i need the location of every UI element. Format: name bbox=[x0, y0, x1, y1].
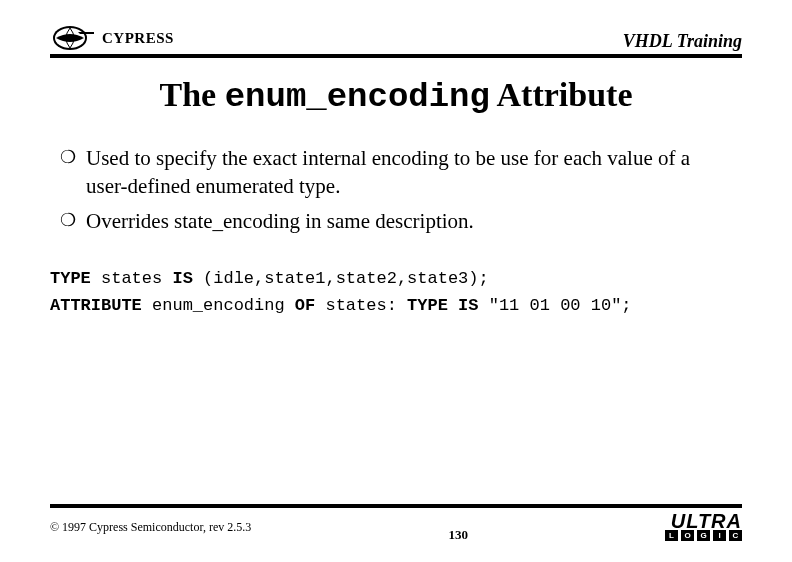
code-text: enum_encoding bbox=[142, 296, 295, 315]
logic-box: C bbox=[729, 530, 742, 541]
title-prefix: The bbox=[159, 76, 224, 113]
slide-title: The enum_encoding Attribute bbox=[50, 76, 742, 116]
header: CYPRESS VHDL Training bbox=[50, 20, 742, 52]
list-item: ❍ Overrides state_encoding in same descr… bbox=[60, 207, 732, 235]
code-block: TYPE states IS (idle,state1,state2,state… bbox=[50, 265, 742, 319]
header-title: VHDL Training bbox=[623, 31, 742, 52]
footer: © 1997 Cypress Semiconductor, rev 2.5.3 … bbox=[50, 504, 742, 542]
header-rule bbox=[50, 54, 742, 58]
copyright-text: © 1997 Cypress Semiconductor, rev 2.5.3 bbox=[50, 520, 251, 535]
code-text: "11 01 00 10"; bbox=[479, 296, 632, 315]
code-text: states bbox=[91, 269, 173, 288]
cypress-logo: CYPRESS bbox=[50, 24, 174, 52]
title-suffix: Attribute bbox=[490, 76, 633, 113]
globe-icon bbox=[50, 24, 96, 52]
slide: CYPRESS VHDL Training The enum_encoding … bbox=[50, 20, 742, 542]
bullet-text: Used to specify the exact internal encod… bbox=[86, 144, 732, 201]
ultra-text: ULTRA bbox=[671, 513, 742, 529]
footer-row: © 1997 Cypress Semiconductor, rev 2.5.3 … bbox=[50, 512, 742, 542]
footer-rule bbox=[50, 504, 742, 508]
code-keyword: TYPE bbox=[50, 269, 91, 288]
code-text: (idle,state1,state2,state3); bbox=[193, 269, 489, 288]
bullet-list: ❍ Used to specify the exact internal enc… bbox=[60, 144, 732, 235]
code-keyword: IS bbox=[172, 269, 192, 288]
logic-box: O bbox=[681, 530, 694, 541]
list-item: ❍ Used to specify the exact internal enc… bbox=[60, 144, 732, 201]
logic-box: L bbox=[665, 530, 678, 541]
code-keyword: ATTRIBUTE bbox=[50, 296, 142, 315]
logic-box: G bbox=[697, 530, 710, 541]
code-text: states: bbox=[315, 296, 407, 315]
logic-boxes: L O G I C bbox=[665, 530, 742, 541]
title-code: enum_encoding bbox=[225, 78, 490, 116]
ultra-logo: ULTRA L O G I C bbox=[665, 513, 742, 541]
page-number: 130 bbox=[448, 527, 468, 543]
code-keyword: TYPE IS bbox=[407, 296, 478, 315]
bullet-icon: ❍ bbox=[60, 207, 86, 233]
logic-box: I bbox=[713, 530, 726, 541]
code-keyword: OF bbox=[295, 296, 315, 315]
bullet-icon: ❍ bbox=[60, 144, 86, 170]
bullet-text: Overrides state_encoding in same descrip… bbox=[86, 207, 732, 235]
brand-text: CYPRESS bbox=[102, 30, 174, 47]
